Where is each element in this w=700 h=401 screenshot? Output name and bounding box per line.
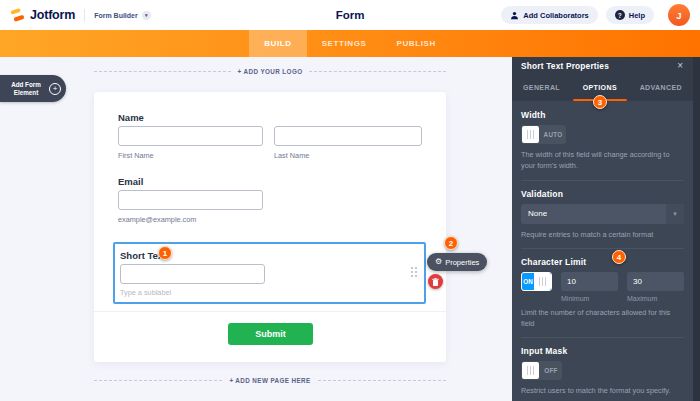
input-mask-section-label: Input Mask [521,346,684,356]
jotform-logo-text[interactable]: Jotform [30,8,75,22]
toggle-knob [522,126,539,143]
minimum-label: Minimum [561,295,618,302]
add-logo-label: + ADD YOUR LOGO [238,68,303,75]
add-collaborators-button[interactable]: Add Collaborators [501,6,597,24]
input-mask-toggle-value: OFF [540,361,562,380]
drag-handle-icon[interactable] [411,267,419,279]
properties-panel: Short Text Properties × GENERAL OPTIONS … [512,56,700,401]
chevron-down-icon: ▾ [666,204,684,224]
dashed-line [94,380,222,381]
form-builder-app: Jotform Form Builder ▾ Form Add Collabor… [0,0,700,401]
form-canvas: Add Form Element + + ADD YOUR LOGO Name … [0,57,512,401]
product-switcher[interactable]: Form Builder ▾ [94,11,151,20]
top-header: Jotform Form Builder ▾ Form Add Collabor… [0,0,700,30]
help-button[interactable]: ? Help [606,6,654,24]
short-text-sublabel[interactable]: Type a sublabel [120,288,171,297]
dashed-line [309,71,446,72]
properties-button[interactable]: ⚙ Properties [427,253,487,271]
character-limit-toggle[interactable]: ON [521,272,552,291]
name-field-label[interactable]: Name [118,112,144,123]
input-mask-toggle[interactable]: OFF [521,361,562,380]
maximum-input[interactable] [627,272,684,291]
question-icon: ? [615,10,625,20]
person-icon [510,11,519,20]
panel-title: Short Text Properties [521,61,609,71]
product-label: Form Builder [94,12,138,19]
add-logo-dropzone[interactable]: + ADD YOUR LOGO [94,68,446,75]
character-limit-section-label: Character Limit [521,257,684,267]
maximum-label: Maximum [627,295,684,302]
email-input[interactable] [118,190,263,210]
step-badge-4: 4 [612,250,626,264]
panel-tab-advanced[interactable]: ADVANCED [640,75,682,101]
character-limit-toggle-value: ON [522,273,534,290]
first-name-sublabel: First Name [118,151,154,160]
add-collaborators-label: Add Collaborators [523,11,588,20]
tab-settings[interactable]: SETTINGS [307,30,382,57]
width-auto-toggle[interactable]: AUTO [521,125,566,144]
width-description: The width of this field will change acco… [521,149,684,172]
add-form-element-label: Add Form Element [7,81,45,97]
validation-selected-value: None [521,204,684,224]
properties-button-label: Properties [445,258,479,267]
input-mask-description-1: Restrict users to match the format you s… [521,385,684,396]
tab-build[interactable]: BUILD [249,30,306,57]
section-divider [521,248,684,249]
width-section-label: Width [521,110,684,120]
email-field-label[interactable]: Email [118,176,143,187]
jotform-logo-icon[interactable] [10,8,25,23]
toggle-knob [534,273,551,290]
step-badge-3: 3 [593,95,607,109]
width-toggle-value: AUTO [540,125,566,144]
panel-scrollbar[interactable] [693,56,700,401]
validation-description: Require entries to match a certain forma… [521,229,684,240]
delete-field-button[interactable] [428,274,443,289]
tab-publish[interactable]: PUBLISH [381,30,450,57]
character-limit-controls: ON Minimum Maximum [521,272,684,302]
builder-nav: BUILD SETTINGS PUBLISH [0,30,700,57]
panel-tab-general[interactable]: GENERAL [523,75,560,101]
add-page-label: + ADD NEW PAGE HERE [229,377,310,384]
dashed-line [94,71,231,72]
avatar[interactable]: J [668,4,690,26]
chevron-down-icon: ▾ [142,11,151,20]
section-divider [521,180,684,181]
validation-section-label: Validation [521,189,684,199]
minimum-input[interactable] [561,272,618,291]
submit-button[interactable]: Submit [228,323,313,345]
step-badge-2: 2 [444,236,458,250]
trash-icon [432,278,439,286]
character-limit-description: Limit the number of characters allowed f… [521,307,684,330]
gear-icon: ⚙ [435,258,442,266]
panel-body: Width AUTO The width of this field will … [512,101,693,401]
add-new-page-dropzone[interactable]: + ADD NEW PAGE HERE [94,377,446,384]
step-badge-1: 1 [158,246,172,260]
first-name-input[interactable] [118,126,263,146]
add-form-element-button[interactable]: Add Form Element + [0,75,66,102]
panel-header: Short Text Properties × [512,56,700,75]
plus-icon: + [49,83,61,95]
close-icon[interactable]: × [677,61,683,71]
email-sublabel: example@example.com [118,215,196,224]
short-text-input[interactable] [120,264,265,284]
help-label: Help [629,11,645,20]
form-card: Name First Name Last Name Email example@… [94,92,446,362]
card-divider [94,311,446,312]
validation-dropdown[interactable]: None ▾ [521,204,684,224]
dashed-line [318,380,446,381]
last-name-input[interactable] [274,126,422,146]
toggle-knob [522,362,539,379]
last-name-sublabel: Last Name [274,151,309,160]
header-actions: Add Collaborators ? Help J [501,4,690,26]
page-title: Form [336,9,365,21]
header-divider [84,9,85,22]
section-divider [521,337,684,338]
